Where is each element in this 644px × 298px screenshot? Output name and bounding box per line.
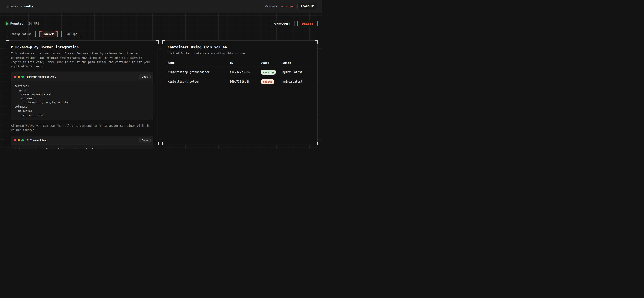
- docker-integration-panel: Plug-and-play Docker integration This vo…: [6, 40, 159, 145]
- welcome-prefix: Welcome,: [265, 5, 281, 8]
- compose-copy-button[interactable]: Copy: [139, 74, 151, 79]
- corner-mark-icon: [6, 40, 9, 43]
- container-image: nginx:latest: [282, 78, 312, 85]
- cli-copy-button[interactable]: Copy: [139, 138, 151, 143]
- compose-code-block: docker-compose.yml Copy services: nginx:…: [11, 72, 153, 120]
- traffic-amber-icon: [18, 139, 20, 141]
- traffic-green-icon: [22, 76, 24, 78]
- compose-code-content: services: nginx: image: nginx:latest vol…: [11, 81, 153, 120]
- breadcrumb-separator-icon: >: [20, 5, 22, 8]
- panels-row: Plug-and-play Docker integration This vo…: [6, 40, 318, 145]
- tab-bar: Configuration Docker Backups: [6, 31, 318, 37]
- fs-type-group: NFS: [28, 22, 39, 25]
- unmount-button[interactable]: UNMOUNT: [270, 20, 294, 27]
- breadcrumb: Volumes > media: [6, 5, 34, 8]
- traffic-green-icon: [22, 139, 24, 141]
- tab-docker-label: Docker: [44, 32, 54, 36]
- tab-docker[interactable]: Docker: [40, 31, 58, 37]
- tab-configuration[interactable]: Configuration: [6, 31, 36, 37]
- cli-code-content: docker run -v im-media:/path/in/containe…: [11, 145, 153, 149]
- traffic-amber-icon: [18, 76, 20, 78]
- volume-actions: UNMOUNT DELETE: [270, 20, 318, 27]
- compose-code-header: docker-compose.yml Copy: [11, 72, 153, 81]
- status-row: Mounted NFS UNMOUNT DELETE: [6, 20, 318, 27]
- traffic-lights: [14, 76, 24, 78]
- container-state: running: [260, 67, 282, 77]
- cli-filename: CLI one-liner: [27, 139, 48, 142]
- traffic-lights: [14, 139, 24, 141]
- corner-mark-icon: [314, 142, 318, 145]
- logout-button[interactable]: LOGOUT: [298, 3, 318, 10]
- topbar-right: Welcome, nicolas LOGOUT: [265, 3, 318, 10]
- fs-type-label: NFS: [34, 22, 39, 25]
- mounted-status-dot-icon: [6, 22, 8, 25]
- cli-code-header: CLI one-liner Copy: [11, 136, 153, 145]
- main-content: Mounted NFS UNMOUNT DELETE: [0, 13, 322, 149]
- containers-table: Name ID State Image /interesting_grothen…: [168, 61, 312, 86]
- container-state: exited: [260, 77, 282, 86]
- corner-mark-icon: [162, 40, 165, 43]
- containers-table-header: Name ID State Image: [168, 61, 312, 67]
- tab-backups-label: Backups: [66, 32, 77, 36]
- col-header-id: ID: [230, 61, 260, 64]
- traffic-red-icon: [14, 76, 16, 78]
- corner-mark-icon: [162, 142, 165, 145]
- corner-mark-icon: [156, 40, 159, 43]
- col-header-state: State: [260, 61, 282, 64]
- col-header-image: Image: [282, 61, 312, 64]
- container-image: nginx:latest: [282, 68, 312, 76]
- topbar: Volumes > media Welcome, nicolas LOGOUT: [0, 0, 322, 13]
- breadcrumb-volumes-link[interactable]: Volumes: [6, 5, 18, 8]
- app-root: Volumes > media Welcome, nicolas LOGOUT …: [0, 0, 322, 149]
- container-row: /intelligent_colden 069e73016a88 exited …: [168, 77, 312, 86]
- docker-panel-title: Plug-and-play Docker integration: [11, 45, 153, 49]
- cli-intro-text: Alternatively, you can use the following…: [11, 124, 153, 132]
- cli-code-block: CLI one-liner Copy docker run -v im-medi…: [11, 136, 153, 149]
- username: nicolas: [281, 5, 294, 8]
- container-id: 069e73016a88: [230, 78, 260, 85]
- col-header-name: Name: [168, 61, 230, 64]
- volume-status: Mounted NFS: [6, 22, 39, 25]
- container-row: /interesting_grothendieck f1e73e7f3884 r…: [168, 67, 312, 77]
- corner-mark-icon: [156, 142, 159, 145]
- container-name: /interesting_grothendieck: [168, 68, 230, 76]
- breadcrumb-current-volume: media: [24, 5, 34, 8]
- delete-button[interactable]: DELETE: [298, 20, 318, 27]
- compose-filename: docker-compose.yml: [27, 75, 56, 78]
- containers-panel: Containers Using This Volume List of Doc…: [162, 40, 318, 145]
- status-badge-exited: exited: [260, 79, 274, 84]
- mounted-label: Mounted: [10, 22, 23, 25]
- container-name: /intelligent_colden: [168, 78, 230, 85]
- tab-backups[interactable]: Backups: [62, 31, 82, 37]
- status-badge-running: running: [260, 70, 276, 74]
- tab-configuration-label: Configuration: [10, 32, 32, 36]
- containers-panel-title: Containers Using This Volume: [168, 45, 312, 49]
- welcome-text: Welcome, nicolas: [265, 5, 294, 8]
- corner-mark-icon: [314, 40, 318, 43]
- containers-panel-subtitle: List of Docker containers mounting this …: [168, 51, 312, 56]
- server-stack-icon: [28, 22, 32, 25]
- container-id: f1e73e7f3884: [230, 68, 260, 76]
- corner-mark-icon: [6, 142, 9, 145]
- docker-panel-description: This volume can be used in your Docker C…: [11, 51, 153, 69]
- traffic-red-icon: [14, 139, 16, 141]
